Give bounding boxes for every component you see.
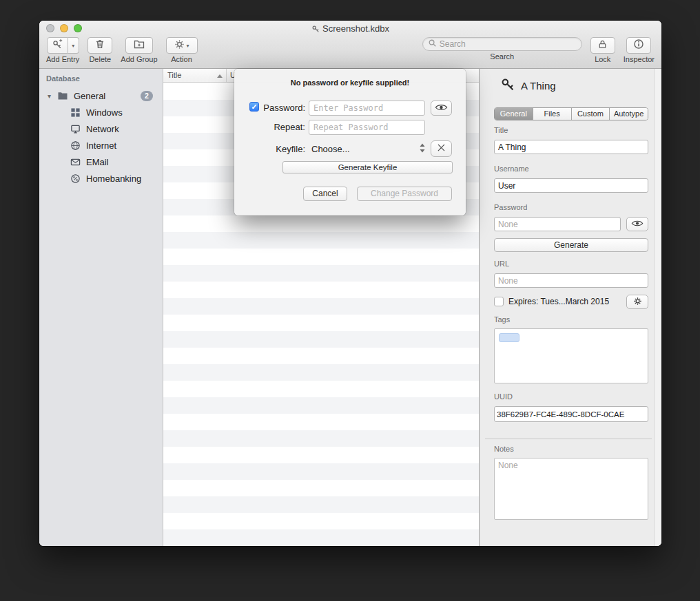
uuid-field[interactable] (494, 406, 648, 422)
toolbar-label: Action (171, 55, 192, 63)
notes-label: Notes (494, 445, 514, 453)
expires-settings-button[interactable] (626, 295, 648, 309)
url-field[interactable] (494, 273, 648, 288)
keyfile-label: Keyfile: (234, 144, 305, 154)
inspector-panel: A Thing General Files Custom Autotype Ti… (479, 69, 661, 546)
toolbar-label: Search (490, 52, 514, 61)
toolbar-item-delete: Delete (88, 37, 112, 63)
sort-ascending-icon (217, 74, 223, 78)
add-group-button[interactable] (125, 37, 153, 54)
delete-button[interactable] (88, 37, 112, 54)
entry-count-badge: 2 (141, 91, 153, 101)
toolbar-label: Add Group (121, 55, 157, 63)
dialog-password-input[interactable] (309, 101, 425, 116)
eye-icon (631, 220, 644, 229)
expires-checkbox[interactable] (494, 297, 504, 306)
generate-keyfile-button[interactable]: Generate Keyfile (282, 161, 453, 173)
action-button[interactable]: ▾ (166, 37, 198, 54)
toolbar-label: Inspector (624, 55, 655, 63)
search-input[interactable] (440, 39, 577, 49)
sidebar-item-label: Windows (86, 107, 123, 118)
lock-icon (597, 39, 608, 52)
tab-custom[interactable]: Custom (572, 108, 610, 120)
key-plus-icon (52, 39, 63, 52)
sidebar-item-general[interactable]: ▾ General 2 (39, 87, 163, 104)
tags-label: Tags (494, 315, 510, 324)
notes-field[interactable] (494, 458, 648, 520)
sidebar: Database ▾ General 2 Windows (39, 69, 163, 546)
close-x-icon (437, 143, 446, 155)
toolbar-label: Delete (89, 55, 111, 63)
sidebar-item-windows[interactable]: Windows (39, 104, 163, 120)
sidebar-item-email[interactable]: EMail (39, 154, 163, 170)
inspector-button[interactable] (626, 37, 651, 54)
sidebar-item-label: General (74, 91, 105, 101)
add-entry-button[interactable] (47, 37, 68, 54)
tab-files[interactable]: Files (533, 108, 572, 120)
tab-general[interactable]: General (495, 108, 533, 120)
chevron-down-icon: ▾ (72, 43, 74, 49)
disclosure-triangle-icon[interactable]: ▾ (48, 92, 57, 100)
toolbar-item-add-group: Add Group (121, 37, 157, 63)
sidebar-header: Database (39, 74, 163, 87)
repeat-label: Repeat: (234, 122, 305, 132)
key-icon (500, 77, 515, 94)
keyfile-popup-button[interactable]: Choose... (311, 144, 350, 154)
tag-chip[interactable] (499, 333, 519, 342)
gear-icon (633, 297, 642, 308)
chevron-down-icon: ▾ (187, 43, 189, 49)
title-field[interactable] (494, 140, 648, 154)
username-field[interactable] (494, 178, 648, 193)
sidebar-item-homebanking[interactable]: Homebanking (39, 170, 163, 187)
toolbar-item-inspector: Inspector (624, 37, 655, 63)
change-password-button[interactable]: Change Password (357, 187, 452, 201)
entry-title: A Thing (521, 80, 556, 92)
password-field[interactable] (494, 217, 621, 231)
show-password-button[interactable] (431, 101, 452, 116)
folder-plus-icon (134, 39, 145, 52)
password-label: Password: (234, 103, 305, 113)
inspector-tabs: General Files Custom Autotype (494, 107, 648, 120)
trash-icon (94, 39, 105, 52)
dialog-message: No password or keyfile supplied! (234, 78, 466, 87)
column-header-title[interactable]: Title (163, 69, 227, 82)
divider (485, 439, 652, 439)
eye-icon (435, 102, 448, 114)
dialog-repeat-input[interactable] (309, 120, 425, 135)
search-icon (428, 38, 437, 50)
stepper-icon[interactable] (419, 143, 426, 156)
clear-keyfile-button[interactable] (431, 140, 452, 157)
inspector-scrollbar[interactable] (654, 69, 661, 546)
cancel-button[interactable]: Cancel (303, 187, 347, 201)
toolbar-label: Add Entry (46, 55, 79, 63)
percent-coin-icon (70, 173, 81, 184)
toolbar-item-lock: Lock (590, 37, 615, 63)
gear-icon (174, 39, 185, 52)
folder-icon (57, 90, 68, 101)
tags-box[interactable] (494, 328, 648, 383)
toolbar: ▾ Add Entry Delete (39, 37, 661, 69)
url-field-label: URL (494, 260, 509, 268)
add-entry-dropdown-button[interactable]: ▾ (68, 37, 79, 54)
globe-icon (70, 140, 81, 151)
monitor-icon (70, 123, 81, 134)
generate-password-button[interactable]: Generate (494, 238, 648, 252)
show-password-button[interactable] (626, 217, 648, 231)
sidebar-item-label: Homebanking (86, 173, 141, 184)
windows-grid-icon (70, 107, 81, 118)
sidebar-item-internet[interactable]: Internet (39, 137, 163, 154)
toolbar-label: Lock (595, 55, 610, 63)
lock-button[interactable] (590, 37, 615, 54)
tab-autotype[interactable]: Autotype (610, 108, 648, 120)
sidebar-item-label: Internet (86, 140, 116, 151)
toolbar-item-action: ▾ Action (166, 37, 198, 63)
username-field-label: Username (494, 165, 529, 173)
sidebar-item-label: Network (86, 124, 119, 134)
expires-label: Expires: Tues...March 2015 (508, 297, 609, 306)
envelope-icon (70, 156, 81, 167)
toolbar-item-add-entry: ▾ Add Entry (46, 37, 79, 63)
desktop-background: Screenshot.kdbx ▾ (0, 0, 700, 601)
sidebar-item-network[interactable]: Network (39, 120, 163, 137)
titlebar[interactable]: Screenshot.kdbx (39, 21, 661, 36)
search-field[interactable] (422, 37, 582, 51)
